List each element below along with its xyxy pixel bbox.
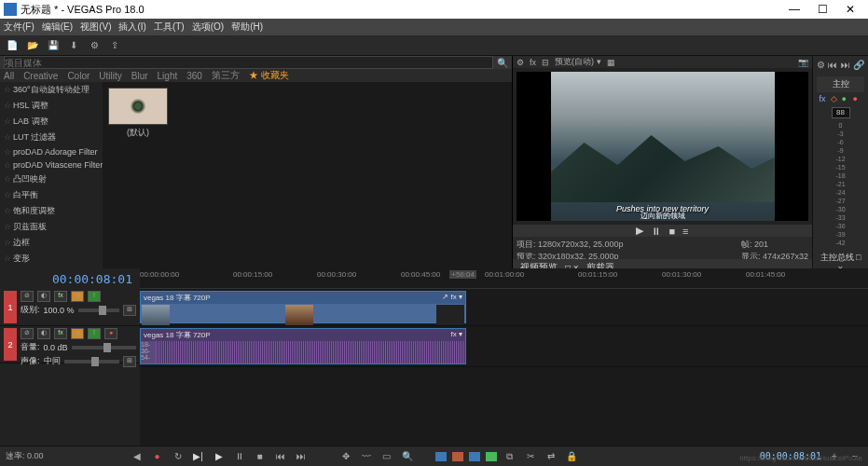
fx-tab-all[interactable]: All xyxy=(4,71,14,81)
menu-tools[interactable]: 工具(T) xyxy=(154,21,185,34)
bypass-fx-button[interactable]: ⊘ xyxy=(21,291,34,302)
prev-icon[interactable]: ⏮ xyxy=(828,60,837,70)
auto-ripple-icon[interactable]: ⇄ xyxy=(544,450,558,463)
snap-icon[interactable]: ⧉ xyxy=(503,450,517,463)
fx-item[interactable]: ☆LUT 过滤器 xyxy=(0,130,103,145)
preview-fx-icon[interactable]: fx xyxy=(530,58,536,67)
snap-color-1[interactable] xyxy=(435,452,447,461)
zoom-slider[interactable] xyxy=(78,308,119,312)
upload-icon[interactable]: ⇪ xyxy=(108,39,121,52)
normal-edit-icon[interactable]: ✥ xyxy=(338,450,353,463)
fx-item[interactable]: ☆proDAD Vitascene Filter xyxy=(0,158,103,171)
record-arm-button[interactable]: ● xyxy=(104,328,117,339)
fx-item[interactable]: ☆HSL 调整 xyxy=(0,98,103,114)
new-icon[interactable]: 📄 xyxy=(6,39,19,52)
record-button[interactable]: ● xyxy=(150,450,165,463)
automation-button[interactable]: ◐ xyxy=(37,328,50,339)
preview-settings-icon[interactable]: ⚙ xyxy=(517,58,524,67)
snap-color-2[interactable] xyxy=(452,452,463,461)
volume-slider[interactable] xyxy=(72,346,136,350)
solo-button[interactable]: ! xyxy=(88,291,101,302)
video-track-header[interactable]: 1 ⊘ ◐ fx ◇ ! 级别: 100.0 % ⊞ xyxy=(0,289,140,326)
split-icon[interactable]: ⊟ xyxy=(542,58,549,67)
fx-item[interactable]: ☆边框 xyxy=(0,235,103,251)
fx-item[interactable]: ☆饱和度调整 xyxy=(0,203,103,219)
maximize-button[interactable]: ☐ xyxy=(808,3,836,16)
play-button[interactable]: ▶ xyxy=(636,225,643,237)
go-start-button[interactable]: ⏮ xyxy=(273,450,288,463)
fx-tab-color[interactable]: Color xyxy=(67,71,90,81)
properties-icon[interactable]: ⚙ xyxy=(88,39,101,52)
automation-button[interactable]: ◐ xyxy=(37,291,50,302)
loop-button[interactable]: ↻ xyxy=(171,450,186,463)
play-from-start-button[interactable]: ▶| xyxy=(191,450,206,463)
menu-help[interactable]: 帮助(H) xyxy=(231,21,263,34)
timeline-ruler[interactable]: 00:00:00:00 00:00:15:00 00:00:30:00 00:0… xyxy=(140,268,868,289)
auto-icon[interactable]: ● xyxy=(853,94,862,103)
fx-item[interactable]: ☆360°自动旋转动处理 xyxy=(0,82,103,98)
selection-edit-icon[interactable]: ▭ xyxy=(379,450,394,463)
next-icon[interactable]: ⏭ xyxy=(841,60,850,70)
zoom-edit-icon[interactable]: 🔍 xyxy=(400,450,415,463)
save-icon[interactable]: 💾 xyxy=(47,39,60,52)
bypass-fx-button[interactable]: ⊘ xyxy=(21,328,34,339)
envelope-edit-icon[interactable]: 〰 xyxy=(359,450,374,463)
fx-tab-light[interactable]: Light xyxy=(158,71,178,81)
mute-button[interactable]: ◇ xyxy=(71,291,84,302)
link-icon[interactable]: 🔗 xyxy=(853,60,864,70)
fx-item[interactable]: ☆凸凹映射 xyxy=(0,171,103,187)
scroll-left-icon[interactable]: ◀ xyxy=(130,450,145,463)
go-end-button[interactable]: ⏭ xyxy=(294,450,309,463)
expand-icon[interactable]: ⊞ xyxy=(123,356,136,367)
menu-view[interactable]: 视图(V) xyxy=(80,21,111,34)
audio-track-header[interactable]: 2 ⊘ ◐ fx ◇ ! ● 音量: 0.0 dB xyxy=(0,326,140,363)
timeline-content[interactable]: vegas 18 字幕 720P↗ fx ▾ vegas 18 字幕 720Pf… xyxy=(140,289,868,445)
snap-color-4[interactable] xyxy=(486,452,497,461)
fx-item[interactable]: ☆变形 xyxy=(0,251,103,267)
fx-tab-360[interactable]: 360 xyxy=(186,71,202,81)
expand-icon[interactable]: ⊞ xyxy=(123,305,136,316)
minimize-button[interactable]: — xyxy=(780,3,808,16)
menu-insert[interactable]: 插入(I) xyxy=(118,21,145,34)
search-icon[interactable]: 🔍 xyxy=(497,58,508,68)
snapshot-icon[interactable]: 📷 xyxy=(798,58,808,67)
pan-slider[interactable] xyxy=(64,360,119,363)
fx-tab-blur[interactable]: Blur xyxy=(131,71,148,81)
fx-icon[interactable]: fx xyxy=(820,94,829,103)
fx-item[interactable]: ☆贝兹面板 xyxy=(0,219,103,235)
fx-item[interactable]: ☆LAB 调整 xyxy=(0,114,103,130)
snap-color-3[interactable] xyxy=(469,452,480,461)
track-fx-button[interactable]: fx xyxy=(54,291,67,302)
track-fx-button[interactable]: fx xyxy=(54,328,67,339)
mute-button[interactable]: ◇ xyxy=(71,328,84,339)
fx-search-input[interactable] xyxy=(4,56,493,69)
mute-icon[interactable]: ◇ xyxy=(831,94,840,103)
fx-item[interactable]: ☆proDAD Adorage Filter xyxy=(0,145,103,158)
render-icon[interactable]: ⬇ xyxy=(67,39,80,52)
menu-icon[interactable]: ≡ xyxy=(682,226,688,237)
fx-tab-3rd[interactable]: 第三方 xyxy=(212,69,240,82)
preview-viewport[interactable]: Pushes into new territory 迈向新的领域 xyxy=(517,72,808,221)
open-icon[interactable]: 📂 xyxy=(26,39,39,52)
stop-button[interactable]: ■ xyxy=(668,226,675,237)
stop-button[interactable]: ■ xyxy=(253,450,268,463)
menu-file[interactable]: 文件(F) xyxy=(4,21,34,34)
lock-icon[interactable]: 🔒 xyxy=(564,450,579,463)
gear-icon[interactable]: ⚙ xyxy=(817,60,825,70)
pause-button[interactable]: ⏸ xyxy=(651,226,661,237)
timecode-display[interactable]: 00:00:08:01 xyxy=(52,272,132,286)
menu-edit[interactable]: 编辑(E) xyxy=(42,21,73,34)
audio-clip[interactable]: vegas 18 字幕 720Pfx ▾ 18-36-54- xyxy=(140,328,466,364)
video-clip[interactable]: vegas 18 字幕 720P↗ fx ▾ xyxy=(140,291,466,323)
overlay-icon[interactable]: ▦ xyxy=(607,58,615,67)
fx-tab-fav[interactable]: ★ 收藏夹 xyxy=(249,69,289,82)
close-button[interactable]: ✕ xyxy=(836,3,864,16)
fx-preset-thumb[interactable]: (默认) xyxy=(108,88,168,139)
preview-quality-dropdown[interactable]: 预览(自动) ▾ xyxy=(555,56,601,68)
pause-button[interactable]: ⏸ xyxy=(232,450,247,463)
play-button[interactable]: ▶ xyxy=(212,450,227,463)
fx-tab-creative[interactable]: Creative xyxy=(23,71,58,81)
menu-options[interactable]: 选项(O) xyxy=(192,21,224,34)
fx-tab-utility[interactable]: Utility xyxy=(99,71,121,81)
fx-item[interactable]: ☆白平衡 xyxy=(0,187,103,203)
